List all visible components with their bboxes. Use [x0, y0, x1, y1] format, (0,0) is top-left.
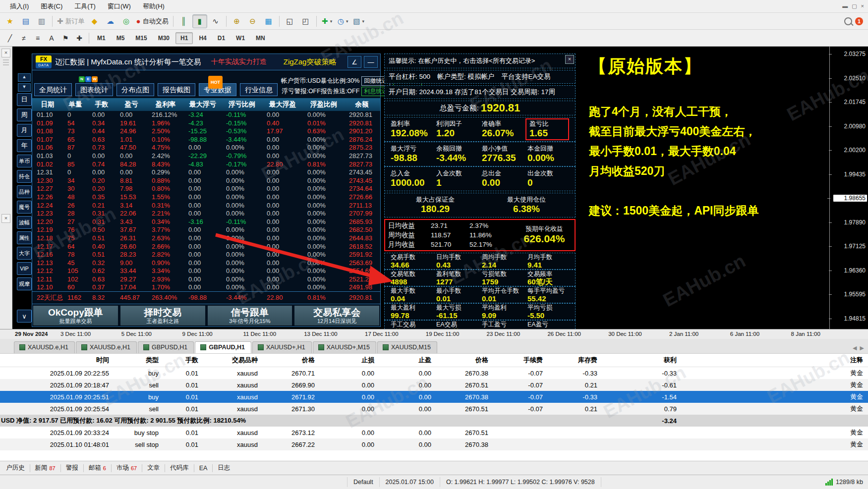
terminal-tab-代码库[interactable]: 代码库: [165, 462, 194, 474]
stats-nav-魔号[interactable]: 魔号: [17, 201, 32, 214]
menu-item[interactable]: 插入(I): [4, 0, 35, 12]
trade-row[interactable]: 2025.01.09 20:22:55buy0.01xauusd2670.710…: [0, 367, 868, 379]
stats-nav-观摩[interactable]: 观摩: [17, 277, 32, 290]
menu-item[interactable]: 窗口(W): [102, 0, 137, 12]
grid-icon[interactable]: ▦: [261, 14, 276, 28]
trade-col-header[interactable]: 手数: [164, 356, 203, 365]
stats-table-row[interactable]: 01.1000.000.00216.12%-3.24-0.11%0.000.00…: [32, 111, 380, 119]
trade-col-header[interactable]: 获利: [602, 356, 682, 365]
stats-tab-行业信息[interactable]: 行业信息: [240, 83, 278, 96]
nav-scroll-up-icon[interactable]: ▲: [18, 73, 31, 82]
timeframe-m1[interactable]: M1: [92, 32, 111, 44]
profile-name[interactable]: Default: [347, 477, 380, 487]
terminal-tab-市场[interactable]: 市场67: [112, 462, 142, 474]
draw-tool-icon[interactable]: ⚑: [59, 32, 72, 45]
trade-col-header[interactable]: 止盈: [379, 356, 436, 365]
balance-row[interactable]: USD 净值: 2 917.57 已用预付款: 16.02 可用预付款: 2 9…: [0, 415, 868, 427]
timeframe-m15[interactable]: M15: [130, 32, 152, 44]
trade-col-header[interactable]: 库存费: [548, 356, 602, 365]
trade-col-header[interactable]: 价格: [436, 356, 493, 365]
templates-icon[interactable]: ▧▾: [351, 14, 366, 28]
stats-tab-分布点图[interactable]: 分布点图: [116, 83, 154, 96]
timeframe-h1[interactable]: H1: [175, 32, 193, 44]
stats-nav-持仓[interactable]: 持仓: [17, 170, 32, 183]
stats-table-row[interactable]: 12.18750.5126.312.63%0.000.00%0.000.00%2…: [32, 234, 380, 243]
promo-button-交易私享会[interactable]: 交易私享会12月14日深圳见: [294, 306, 379, 326]
timeframe-h4[interactable]: H4: [194, 32, 211, 44]
draw-tool-icon[interactable]: ≠: [17, 32, 30, 45]
tab-scroll-left-icon[interactable]: ◀: [853, 345, 857, 351]
auto-trading-button[interactable]: ●自动交易: [135, 14, 170, 28]
line-chart-icon[interactable]: ∿: [208, 14, 223, 28]
minimize-button[interactable]: —: [364, 56, 378, 68]
metaeditor-icon[interactable]: ◆: [87, 14, 102, 28]
stats-table-row[interactable]: 12.16780.5128.232.82%0.000.00%0.000.00%2…: [32, 251, 380, 259]
stats-nav-日[interactable]: 日: [17, 93, 32, 106]
promo-button-择时交易[interactable]: 择时交易王者盈利之路: [120, 306, 205, 326]
chart-tab-XAUUSD,M15[interactable]: XAUUSD,M15: [377, 341, 437, 353]
stats-table-row[interactable]: 12.10600.3717.041.70%0.000.00%0.000.00%2…: [32, 283, 380, 291]
stats-table-row[interactable]: 01.0300.000.002.42%-22.29-0.79%0.000.00%…: [32, 152, 380, 161]
stats-nav-属性[interactable]: 属性: [17, 231, 32, 244]
chart-tab-GBPAUD,H1[interactable]: GBPAUD,H1: [195, 341, 251, 353]
periods-icon[interactable]: ◷▾: [336, 14, 350, 28]
stats-nav-年[interactable]: 年: [17, 139, 32, 152]
stats-table-row[interactable]: 12.30340.208.810.88%0.000.00%0.000.00%27…: [32, 177, 380, 185]
alerts-icon[interactable]: ◎: [119, 14, 134, 28]
trade-row[interactable]: 2025.01.09 20:18:47sell0.01xauusd2669.90…: [0, 379, 868, 391]
chart-tab-GBPUSD,H1[interactable]: GBPUSD,H1: [138, 341, 194, 353]
trade-row[interactable]: 2025.01.09 20:25:51buy0.01xauusd2671.920…: [0, 391, 868, 403]
menu-item[interactable]: 帮助(H): [137, 0, 171, 12]
stats-table-row[interactable]: 01.08730.4424.962.50%-15.25-0.53%17.970.…: [32, 127, 380, 136]
candlestick-icon[interactable]: ▮: [192, 14, 207, 28]
trade-col-header[interactable]: 时间: [0, 356, 114, 365]
trade-col-header[interactable]: 交易品种: [203, 356, 263, 365]
stats-table-row[interactable]: 01.02850.7484.288.43%-4.83-0.17%22.800.8…: [32, 161, 380, 169]
trade-col-header[interactable]: 注释: [682, 356, 868, 365]
stats-nav-VIP[interactable]: VIP: [17, 262, 32, 275]
stats-table-row[interactable]: 01.07650.631.010.10%-98.88-3.44%0.000.00…: [32, 136, 380, 144]
stats-nav-单币[interactable]: 单币: [17, 155, 32, 167]
community-icon[interactable]: ☁: [103, 14, 118, 28]
menu-item[interactable]: 图表(C): [35, 0, 68, 12]
stats-tab-图表统计[interactable]: 图表统计NEW: [75, 83, 113, 96]
timeframe-m5[interactable]: M5: [112, 32, 130, 44]
stats-nav-大字[interactable]: 大字: [17, 247, 32, 260]
draw-tool-icon[interactable]: ≡: [31, 32, 44, 45]
stats-nav-周[interactable]: 周: [17, 109, 32, 121]
stats-table-row[interactable]: 12.20270.313.430.34%-3.16-0.11%0.000.00%…: [32, 218, 380, 226]
trade-col-header[interactable]: 类型: [114, 356, 164, 365]
trade-row[interactable]: 2025.01.09 20:25:54sell0.01xauusd2671.30…: [0, 403, 868, 415]
bar-chart-icon[interactable]: ║: [176, 14, 191, 28]
timeframe-w1[interactable]: W1: [231, 32, 250, 44]
stats-table-row[interactable]: 12.111020.6329.272.93%0.000.00%0.000.00%…: [32, 275, 380, 284]
stats-nav-品种[interactable]: 品种: [17, 185, 32, 198]
cascade-windows-icon[interactable]: ◰: [298, 14, 313, 28]
stats-table-row[interactable]: 12.13450.329.000.90%0.000.00%0.000.00%25…: [32, 259, 380, 268]
stats-table-row[interactable]: 12.17640.4026.602.66%0.000.00%0.000.00%2…: [32, 243, 380, 251]
terminal-tab-日志[interactable]: 日志: [213, 462, 235, 474]
menu-item[interactable]: 工具(T): [68, 0, 102, 12]
terminal-tab-邮箱[interactable]: 邮箱6: [84, 462, 111, 474]
search-icon[interactable]: [844, 17, 852, 25]
trade-col-header[interactable]: 价格: [263, 356, 320, 365]
trade-row[interactable]: 2025.01.10 01:48:01sell stop0.01xauusd26…: [0, 438, 868, 450]
stats-table-row[interactable]: 12.121050.6233.443.34%0.000.00%0.000.00%…: [32, 267, 380, 275]
terminal-tab-文章[interactable]: 文章: [142, 462, 165, 474]
stats-nav-月[interactable]: 月: [17, 124, 32, 137]
window-control-icon[interactable]: ▢: [852, 3, 857, 9]
stats-table-row[interactable]: 12.23280.3122.062.21%0.000.00%0.000.00%2…: [32, 210, 380, 218]
timeframe-m30[interactable]: M30: [153, 32, 174, 44]
window-control-icon[interactable]: ×: [861, 3, 864, 9]
data-window-icon[interactable]: ▥: [34, 14, 49, 28]
draw-tool-icon[interactable]: A: [45, 32, 58, 45]
stats-table-row[interactable]: 01.06870.7347.504.75%0.000.00%0.000.00%2…: [32, 144, 380, 152]
draw-tool-icon[interactable]: ✚: [73, 32, 86, 45]
window-control-icon[interactable]: ▬: [842, 3, 848, 9]
terminal-tab-新闻[interactable]: 新闻87: [30, 462, 60, 474]
promo-button-OkCopy跟单[interactable]: OkCopy跟单批量跟单交易: [33, 306, 118, 326]
close-icon[interactable]: ×: [1, 49, 10, 57]
trade-col-header[interactable]: 止损: [320, 356, 379, 365]
profiles-icon[interactable]: ★: [2, 14, 17, 28]
timeframe-mn[interactable]: MN: [251, 32, 270, 44]
